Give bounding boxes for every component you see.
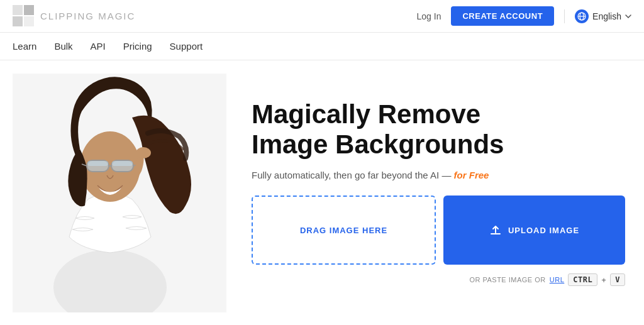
main-nav: Learn Bulk API Pricing Support	[0, 33, 644, 60]
ctrl-key: CTRL	[568, 273, 597, 286]
svg-rect-0	[13, 5, 23, 15]
globe-icon	[575, 9, 589, 23]
svg-rect-2	[13, 16, 23, 26]
url-link[interactable]: URL	[550, 276, 565, 284]
chevron-down-icon	[625, 14, 631, 18]
hero-woman-svg	[13, 74, 226, 312]
logo-icon	[13, 5, 35, 28]
globe-svg	[577, 12, 586, 21]
drag-drop-zone[interactable]: DRAG IMAGE HERE	[252, 196, 436, 265]
hero-image	[13, 74, 226, 312]
logo-bold: CLIPPING	[40, 11, 94, 21]
logo-text: CLIPPING MAGIC	[40, 11, 135, 21]
header: CLIPPING MAGIC Log In CREATE ACCOUNT Eng…	[0, 0, 644, 33]
plus-sign: +	[601, 275, 606, 285]
header-right: Log In CREATE ACCOUNT English	[417, 6, 631, 26]
logo-light: MAGIC	[98, 11, 135, 21]
nav-item-bulk[interactable]: Bulk	[54, 41, 72, 52]
paste-text: OR PASTE IMAGE OR	[469, 276, 545, 284]
hero-subtitle: Fully automatically, then go far beyond …	[252, 170, 625, 180]
v-key: V	[610, 273, 625, 286]
upload-label: UPLOAD IMAGE	[508, 226, 579, 235]
nav-item-pricing[interactable]: Pricing	[123, 41, 152, 52]
free-label: for Free	[454, 170, 489, 180]
nav-item-support[interactable]: Support	[170, 41, 203, 52]
hero-title: Magically Remove Image Backgrounds	[252, 99, 625, 160]
upload-icon	[489, 224, 502, 236]
svg-rect-3	[24, 16, 34, 26]
svg-rect-19	[112, 161, 133, 166]
upload-button[interactable]: UPLOAD IMAGE	[443, 196, 625, 265]
language-label: English	[592, 11, 621, 21]
create-account-button[interactable]: CREATE ACCOUNT	[451, 6, 554, 26]
language-button[interactable]: English	[564, 9, 631, 23]
right-content: Magically Remove Image Backgrounds Fully…	[226, 87, 644, 299]
svg-rect-1	[24, 5, 34, 15]
nav-item-learn[interactable]: Learn	[13, 41, 36, 52]
svg-rect-18	[87, 161, 108, 166]
logo[interactable]: CLIPPING MAGIC	[13, 5, 135, 28]
login-link[interactable]: Log In	[417, 11, 441, 21]
upload-area: DRAG IMAGE HERE UPLOAD IMAGE	[252, 196, 625, 265]
main-content: Magically Remove Image Backgrounds Fully…	[0, 60, 644, 325]
svg-point-20	[136, 147, 151, 158]
paste-area: OR PASTE IMAGE OR URL CTRL + V	[252, 273, 625, 286]
nav-item-api[interactable]: API	[91, 41, 106, 52]
drag-label: DRAG IMAGE HERE	[300, 226, 387, 235]
